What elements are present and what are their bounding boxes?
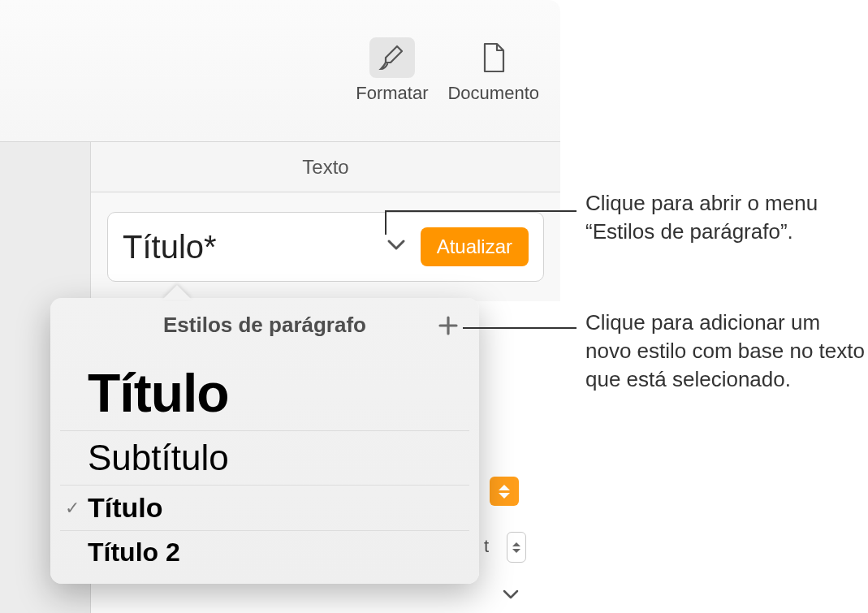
style-list: Título Subtítulo ✓ Título Título 2: [50, 349, 479, 577]
paragraph-style-chooser[interactable]: Título* Atualizar: [107, 212, 544, 282]
checkmark-icon: ✓: [65, 498, 80, 519]
format-label: Formatar: [356, 83, 428, 104]
document-icon: [471, 37, 516, 78]
style-item-titulo2[interactable]: Título 2: [60, 531, 469, 574]
style-item-subtitulo[interactable]: Subtítulo: [60, 431, 469, 486]
callout-leader: [463, 327, 577, 329]
callout-leader: [385, 210, 577, 212]
chevron-down-icon: [386, 239, 406, 255]
callout-add-style: Clique para adicionar um novo estilo com…: [585, 309, 868, 394]
text-tab-label: Texto: [302, 156, 348, 179]
popover-header: Estilos de parágrafo: [50, 298, 479, 349]
style-item-label: Título: [88, 362, 229, 424]
style-item-label: Título: [88, 492, 163, 524]
pt-suffix: t: [484, 536, 489, 557]
document-button[interactable]: Documento: [444, 32, 542, 109]
add-style-button[interactable]: [434, 311, 463, 340]
chevron-down-icon[interactable]: [502, 589, 520, 603]
paragraph-styles-popover: Estilos de parágrafo Título Subtítulo ✓ …: [50, 298, 479, 584]
paintbrush-icon: [369, 37, 415, 78]
update-button[interactable]: Atualizar: [421, 227, 529, 266]
format-panel: Texto Título* Atualizar: [91, 142, 560, 301]
format-button[interactable]: Formatar: [352, 32, 431, 109]
text-tab[interactable]: Texto: [91, 142, 560, 192]
popover-title: Estilos de parágrafo: [71, 313, 458, 338]
style-item-label: Título 2: [88, 537, 180, 568]
current-style-name: Título*: [123, 229, 386, 265]
size-stepper[interactable]: [507, 532, 526, 563]
style-item-titulo-selected[interactable]: ✓ Título: [60, 486, 469, 531]
style-item-label: Subtítulo: [88, 438, 229, 478]
orange-stepper[interactable]: [490, 477, 519, 506]
style-item-titulo[interactable]: Título: [60, 356, 469, 431]
toolbar: Formatar Documento: [0, 0, 560, 142]
document-label: Documento: [447, 83, 539, 104]
callout-open-menu: Clique para abrir o menu “Estilos de par…: [585, 189, 868, 246]
